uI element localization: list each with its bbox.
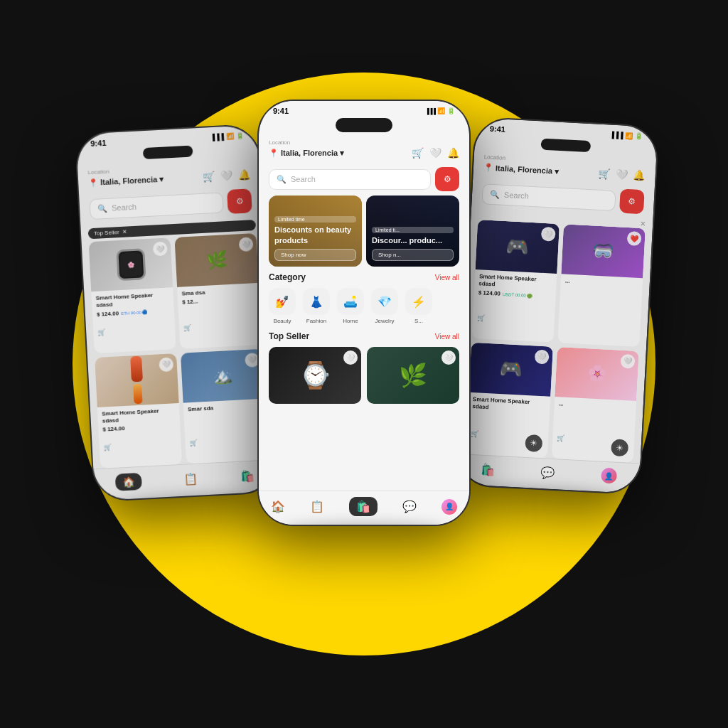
cart-icon-p1-left[interactable]: 🛒 xyxy=(97,328,106,336)
nav-profile-center[interactable]: 👤 xyxy=(441,499,457,515)
product-card-2-left[interactable]: 🌿 🤍 Sma dsa $ 12... 🛒 xyxy=(174,233,262,348)
filter-btn-left[interactable]: ⚙ xyxy=(227,188,252,214)
shop-btn-1[interactable]: Shop now xyxy=(274,249,356,261)
nav-chat-center[interactable]: 💬 xyxy=(402,500,417,513)
shop-btn-2[interactable]: Shop n... xyxy=(372,249,454,261)
location-name-left: Italia, Florencia xyxy=(100,175,158,186)
search-input-center[interactable]: 🔍 Search xyxy=(269,169,431,190)
banner-card-2-center[interactable]: Limited ti... Discour... produc... Shop … xyxy=(366,196,459,267)
notch-left xyxy=(143,145,193,159)
view-all-topseller[interactable]: View all xyxy=(435,333,459,341)
nav-shop-right[interactable]: 🛍️ xyxy=(481,462,496,476)
chevron-icon-right: ▾ xyxy=(555,166,560,176)
close-chip-right[interactable]: ✕ xyxy=(640,220,646,228)
cat-more[interactable]: ⚡ S... xyxy=(405,288,432,324)
cart-icon-right[interactable]: 🛒 xyxy=(597,168,610,180)
avatar-right[interactable]: 👤 xyxy=(601,468,617,484)
heart-btn-3-left[interactable]: 🤍 xyxy=(159,357,173,372)
filter-btn-center[interactable]: ⚙ xyxy=(435,167,459,191)
nav-chat-right[interactable]: 💬 xyxy=(540,466,555,480)
phone-left: 9:41 ▐▐▐ 📶 🔋 Location 📍 Italia, Florenci… xyxy=(75,124,279,503)
location-text-right[interactable]: 📍 Italia, Florencia ▾ xyxy=(483,163,560,176)
search-text-center: Search xyxy=(291,175,316,183)
cat-fashion[interactable]: 👗 Fashion xyxy=(303,288,330,324)
sun-overlay-4-right: ☀ xyxy=(611,439,628,456)
status-icons-center: ▐▐▐ 📶 🔋 xyxy=(425,107,455,114)
headphone-emoji: 🥽 xyxy=(592,241,614,262)
status-icons-left: ▐▐▐ 📶 🔋 xyxy=(210,132,245,141)
chip-close-left[interactable]: ✕ xyxy=(122,228,127,235)
cat-jewelry[interactable]: 💎 Jewelry xyxy=(371,288,398,324)
nav-home-left[interactable]: 🏠 xyxy=(115,473,142,491)
cart-icon-p3-right[interactable]: 🛒 xyxy=(471,430,479,438)
nav-orders-center[interactable]: 📋 xyxy=(310,500,324,513)
banner-tag-2: Limited ti... xyxy=(372,227,454,233)
bell-icon-left[interactable]: 🔔 xyxy=(238,168,251,181)
product-name-4-right: ... xyxy=(559,400,632,412)
battery-icon: 🔋 xyxy=(236,132,245,140)
heart-btn-watch-center[interactable]: 🤍 xyxy=(343,350,358,365)
avatar-center[interactable]: 👤 xyxy=(441,499,457,515)
product-card-watch-center[interactable]: ⌚ 🤍 xyxy=(269,347,361,404)
cart-icon-p1-right[interactable]: 🛒 xyxy=(477,314,486,322)
pin-icon-center: 📍 xyxy=(269,149,279,158)
cart-icon-p4-left[interactable]: 🛒 xyxy=(189,439,198,447)
search-input-left[interactable]: 🔍 Search xyxy=(89,192,223,220)
location-text-left[interactable]: 📍 Italia, Florencia ▾ xyxy=(88,174,164,188)
product-card-1-right[interactable]: 🎮 🤍 Smart Home Speaker sdasd $ 124.00 US… xyxy=(471,220,560,342)
product-card-3-right[interactable]: 🎮 🤍 Smart Home Speaker sdasd 🛒 ☀ xyxy=(466,342,553,458)
product-card-beauty-center[interactable]: 🌿 🤍 xyxy=(367,347,459,404)
search-input-right[interactable]: 🔍 Search xyxy=(481,183,616,211)
location-name-center: Italia, Florencia xyxy=(281,149,338,157)
cat-beauty[interactable]: 💅 Beauty xyxy=(269,288,296,324)
product-name-3-right: Smart Home Speaker sdasd xyxy=(472,395,546,414)
heart-icon-right[interactable]: 🤍 xyxy=(615,168,628,181)
beauty-item-1 xyxy=(130,356,143,382)
sun-overlay-right: ☀ xyxy=(525,434,542,452)
cart-icon-p2-left[interactable]: 🛒 xyxy=(183,323,192,331)
heart-icon-center[interactable]: 🤍 xyxy=(429,147,441,159)
wifi-icon-center: 📶 xyxy=(437,107,445,114)
cart-icon-p3-left[interactable]: 🛒 xyxy=(104,444,112,451)
notch-center xyxy=(336,118,392,132)
banner-card-1-center[interactable]: Limited time Discounts on beauty product… xyxy=(269,196,362,267)
heart-icon-left[interactable]: 🤍 xyxy=(220,170,233,182)
heart-btn-beauty-center[interactable]: 🤍 xyxy=(441,350,456,365)
nav-shop-center[interactable]: 🛍️ xyxy=(349,497,378,516)
watch-emoji-center: ⌚ xyxy=(299,360,331,390)
signal-icon: ▐▐▐ xyxy=(210,133,225,141)
chevron-icon-left: ▾ xyxy=(159,174,164,183)
nav-profile-right[interactable]: 👤 xyxy=(601,468,617,484)
wifi-icon-right: 📶 xyxy=(625,132,633,140)
bell-icon-center[interactable]: 🔔 xyxy=(447,147,459,159)
banner-row-center: Limited time Discounts on beauty product… xyxy=(259,196,469,267)
cart-icon-center[interactable]: 🛒 xyxy=(412,147,424,159)
location-text-center[interactable]: 📍 Italia, Florencia ▾ xyxy=(269,149,344,158)
product-card-4-right[interactable]: 🌸 🤍 ... 🛒 ☀ xyxy=(552,347,639,463)
nav-orders-left[interactable]: 📋 xyxy=(183,471,198,486)
cart-icon-p4-right[interactable]: 🛒 xyxy=(557,434,565,442)
product-card-4-left[interactable]: 🏔️ 🤍 Smar sda 🛒 xyxy=(181,348,268,464)
product-info-3-left: Smart Home Speaker sdasd $ 124.00 xyxy=(97,402,181,437)
header-icons-right: 🛒 🤍 🔔 xyxy=(597,168,646,181)
battery-icon-right: 🔋 xyxy=(635,132,643,140)
cat-home[interactable]: 🛋️ Home xyxy=(337,288,364,324)
filter-btn-right[interactable]: ⚙ xyxy=(619,188,645,214)
product-info-4-left: Smar sda xyxy=(183,398,266,418)
banner-title-1: Discounts on beauty products xyxy=(274,225,356,245)
nav-home-center[interactable]: 🏠 xyxy=(271,500,285,513)
search-bar-left: 🔍 Search ⚙ xyxy=(89,188,252,221)
product-emoji-4: 🏔️ xyxy=(213,366,232,385)
status-icons-right: ▐▐▐ 📶 🔋 xyxy=(609,132,643,140)
bell-icon-right[interactable]: 🔔 xyxy=(633,169,646,181)
nav-shop-left[interactable]: 🛍️ xyxy=(240,469,255,483)
pin-icon-left: 📍 xyxy=(88,178,99,188)
cart-icon-left[interactable]: 🛒 xyxy=(203,171,215,183)
search-icon-left: 🔍 xyxy=(97,203,108,213)
chip-label-left: Top Seller xyxy=(94,229,119,237)
product-card-1-left[interactable]: 🌸 🤍 Smart Home Speaker sdasd $ 124.00 ET… xyxy=(89,237,176,353)
product-card-3-left[interactable]: 🤍 Smart Home Speaker sdasd $ 124.00 🛒 xyxy=(95,353,182,469)
product-card-2-right[interactable]: 🥽 ❤️ ... xyxy=(557,224,646,346)
filter-icon-right: ⚙ xyxy=(628,196,636,207)
view-all-category[interactable]: View all xyxy=(435,274,459,282)
